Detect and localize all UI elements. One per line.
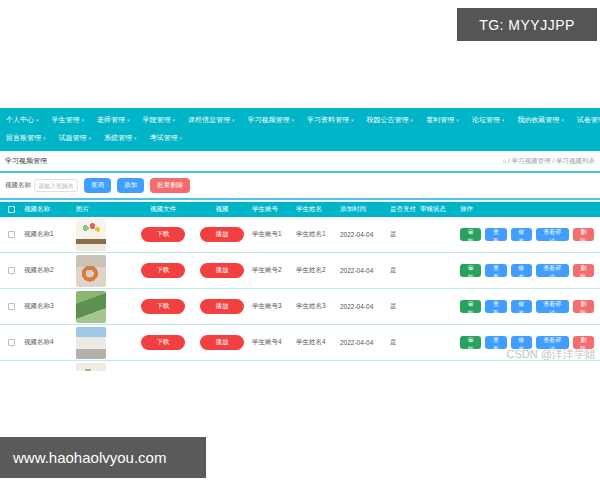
table-row: 视频名称3下载播放学生账号3学生姓名32022-04-04是审核查看修改查看评论… (0, 289, 600, 325)
top-navbar: 个人中心▾学生管理▾老师管理▾学院管理▾课程信息管理▾学习视频管理▾学习资料管理… (0, 108, 600, 151)
approve-button[interactable]: 审核 (460, 300, 481, 313)
nav-item[interactable]: 试题管理▾ (55, 129, 101, 147)
download-button[interactable]: 下载 (141, 335, 185, 350)
breadcrumb-bar: 学习视频管理 ⌂ / 学习视频管理 / 学习视频列表 (0, 151, 600, 173)
nav-item[interactable]: 课程信息管理▾ (184, 111, 244, 129)
video-name-cell: 视频名称3 (22, 302, 74, 311)
chevron-down-icon: ▾ (502, 117, 505, 123)
nav-item[interactable]: 学生管理▾ (48, 111, 94, 129)
video-image-cell (74, 291, 132, 323)
nav-item[interactable]: 校园公告管理▾ (363, 111, 423, 129)
video-file-cell: 下载 (132, 335, 194, 350)
nav-item[interactable]: 考试管理▾ (146, 129, 192, 147)
actions-cell: 审核查看修改查看评论删除 (458, 228, 600, 241)
nav-item[interactable]: 学院管理▾ (139, 111, 185, 129)
video-play-cell: 播放 (194, 335, 250, 350)
edit-button[interactable]: 修改 (511, 336, 532, 349)
video-name-input[interactable] (34, 179, 78, 192)
select-all-checkbox[interactable] (0, 206, 22, 213)
nav-item[interactable]: 签到管理▾ (422, 111, 468, 129)
delete-button[interactable]: 删除 (573, 264, 594, 277)
nav-item[interactable]: 学习视频管理▾ (244, 111, 304, 129)
delete-button[interactable]: 删除 (573, 228, 594, 241)
paid-cell: 是 (388, 302, 418, 311)
student-account-cell: 学生账号1 (250, 230, 294, 239)
play-button[interactable]: 播放 (200, 227, 244, 242)
video-thumbnail (76, 327, 106, 359)
row-checkbox[interactable] (0, 339, 22, 346)
delete-button[interactable]: 删除 (573, 300, 594, 313)
query-button[interactable]: 查询 (84, 178, 111, 193)
row-checkbox[interactable] (0, 303, 22, 310)
site-url-text: www.haohaolvyou.com (13, 449, 166, 466)
column-header: 审核状态 (418, 205, 458, 214)
video-file-cell: 下载 (132, 263, 194, 278)
admin-app: 个人中心▾学生管理▾老师管理▾学院管理▾课程信息管理▾学习视频管理▾学习资料管理… (0, 108, 600, 371)
table-row: 视频名称5下载播放学生账号5学生姓名52022-04-04是审核查看修改查看评论… (0, 361, 600, 371)
nav-item[interactable]: 老师管理▾ (93, 111, 139, 129)
add-date-cell: 2022-04-04 (338, 303, 388, 310)
student-name-cell: 学生姓名2 (294, 266, 338, 275)
nav-item[interactable]: 论坛管理▾ (468, 111, 514, 129)
approve-button[interactable]: 审核 (460, 228, 481, 241)
nav-item[interactable]: 个人中心▾ (2, 111, 48, 129)
add-date-cell: 2022-04-04 (338, 339, 388, 346)
column-header: 是否支付 (388, 205, 418, 214)
approve-button[interactable]: 审核 (460, 264, 481, 277)
view-comments-button[interactable]: 查看评论 (536, 336, 569, 349)
edit-button[interactable]: 修改 (511, 300, 532, 313)
nav-item[interactable]: 留言板管理▾ (2, 129, 55, 147)
add-button[interactable]: 添加 (117, 178, 144, 193)
view-comments-button[interactable]: 查看评论 (536, 264, 569, 277)
view-button[interactable]: 查看 (485, 336, 506, 349)
chevron-down-icon: ▾ (561, 117, 564, 123)
play-button[interactable]: 播放 (200, 299, 244, 314)
view-comments-button[interactable]: 查看评论 (536, 300, 569, 313)
row-checkbox[interactable] (0, 267, 22, 274)
tg-contact-badge: TG: MYYJJPP (457, 8, 597, 41)
chevron-down-icon: ▾ (292, 117, 295, 123)
play-button[interactable]: 播放 (200, 263, 244, 278)
view-button[interactable]: 查看 (485, 228, 506, 241)
delete-button[interactable]: 删除 (573, 336, 594, 349)
row-checkbox[interactable] (0, 231, 22, 238)
column-header: 图片 (74, 205, 132, 214)
play-button[interactable]: 播放 (200, 335, 244, 350)
edit-button[interactable]: 修改 (511, 228, 532, 241)
video-image-cell (74, 255, 132, 287)
paid-cell: 是 (388, 266, 418, 275)
chevron-down-icon: ▾ (180, 135, 183, 141)
column-header: 视频 (194, 205, 250, 214)
video-image-cell (74, 327, 132, 359)
table-row: 视频名称4下载播放学生账号4学生姓名42022-04-04是审核查看修改查看评论… (0, 325, 600, 361)
view-button[interactable]: 查看 (485, 264, 506, 277)
video-name-cell: 视频名称1 (22, 230, 74, 239)
nav-item[interactable]: 学习资料管理▾ (303, 111, 363, 129)
student-account-cell: 学生账号4 (250, 338, 294, 347)
nav-item[interactable]: 系统管理▾ (100, 129, 146, 147)
column-header: 学生姓名 (294, 205, 338, 214)
video-play-cell: 播放 (194, 227, 250, 242)
view-comments-button[interactable]: 查看评论 (536, 228, 569, 241)
edit-button[interactable]: 修改 (511, 264, 532, 277)
batch-delete-button[interactable]: 批量删除 (150, 178, 190, 193)
page-title: 学习视频管理 (5, 156, 47, 166)
approve-button[interactable]: 审核 (460, 336, 481, 349)
student-name-cell: 学生姓名4 (294, 338, 338, 347)
chevron-down-icon: ▾ (82, 117, 85, 123)
chevron-down-icon: ▾ (232, 117, 235, 123)
video-file-cell: 下载 (132, 227, 194, 242)
download-button[interactable]: 下载 (141, 263, 185, 278)
home-icon[interactable]: ⌂ (502, 157, 506, 164)
chevron-down-icon: ▾ (173, 117, 176, 123)
tg-contact-text: TG: MYYJJPP (479, 17, 575, 33)
checkbox-icon (8, 339, 15, 346)
video-thumbnail (76, 291, 106, 323)
search-label: 视频名称 (5, 181, 31, 190)
download-button[interactable]: 下载 (141, 299, 185, 314)
nav-item[interactable]: 试卷管理▾ (573, 111, 600, 129)
nav-item[interactable]: 我的收藏管理▾ (513, 111, 573, 129)
download-button[interactable]: 下载 (141, 227, 185, 242)
video-name-cell: 视频名称2 (22, 266, 74, 275)
view-button[interactable]: 查看 (485, 300, 506, 313)
